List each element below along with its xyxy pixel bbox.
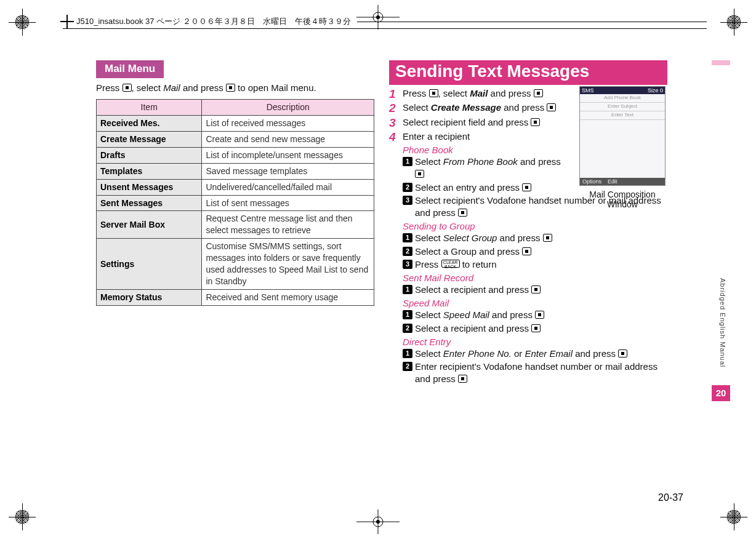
center-reg-mark-bottom (356, 509, 400, 534)
clear-key-icon: CLEAR BACK (441, 260, 460, 268)
center-key-icon (429, 89, 438, 97)
center-key-icon (522, 183, 531, 191)
table-row: Server Mail BoxRequest Centre message li… (97, 211, 374, 239)
reg-mark-tl (9, 9, 36, 36)
table-row: Unsent MessagesUndelivered/cancelled/fai… (97, 179, 374, 195)
table-row: Sent MessagesList of sent messages (97, 195, 374, 211)
figure-topbar-left: SMS (582, 87, 594, 94)
header-bullseye-icon (63, 17, 71, 26)
center-key-icon (543, 234, 552, 242)
center-key-icon (531, 118, 540, 126)
figure-row: Add Phone Book (580, 94, 665, 103)
substep: 2 Enter recipient's Vodafone handset num… (403, 361, 667, 386)
table-header-item: Item (97, 100, 202, 116)
figure-softkey-options: Options (582, 178, 601, 185)
substep: 3 Press CLEAR BACK to return (403, 258, 667, 271)
center-key-icon (522, 247, 531, 255)
center-key-icon (458, 375, 467, 383)
center-key-icon (618, 349, 627, 357)
figure-row: Enter Text (580, 111, 665, 120)
side-label: Abridged English Manual (714, 278, 726, 367)
table-row: DraftsList of incomplete/unsent messages (97, 147, 374, 163)
substep: 2 Select an entry and press (403, 182, 571, 194)
figure-mail-composition: SMS Size 0 Add Phone Book Enter Subject … (577, 86, 667, 209)
side-chapter-num: 20 (712, 385, 730, 401)
substep: 2 Select a Group and press (403, 246, 667, 258)
mail-menu-tab: Mail Menu (96, 60, 164, 78)
sub-heading-speed-mail: Speed Mail (403, 298, 667, 308)
table-row: Memory StatusReceived and Sent memory us… (97, 289, 374, 305)
sending-messages-title: Sending Text Messages (389, 60, 667, 85)
figure-caption: Mail Composition Window (577, 190, 667, 209)
substep: 1 Select a recipient and press (403, 284, 667, 296)
substep: 1 Select Select Group and press (403, 232, 667, 244)
center-key-icon (534, 89, 543, 97)
reg-mark-bl (9, 503, 36, 530)
mail-menu-table: Item Description Received Mes.List of re… (96, 99, 374, 305)
mail-menu-intro: Press , select Mail and press to open Ma… (96, 82, 374, 94)
reg-mark-tr (720, 9, 747, 36)
center-key-icon (415, 170, 424, 178)
sub-heading-group: Sending to Group (403, 221, 667, 231)
reg-mark-br (720, 503, 747, 530)
figure-softkey-edit: Edit (608, 178, 617, 185)
table-row: TemplatesSaved message templates (97, 163, 374, 179)
step-3: 3 Select recipient field and press (389, 116, 571, 129)
print-header-rule (63, 28, 707, 29)
center-key-icon (531, 285, 541, 293)
print-header: J510_insatsu.book 37 ページ ２００６年３月８日 水曜日 午… (63, 16, 707, 27)
step-2: 2 Select Create Message and press (389, 102, 571, 114)
center-key-icon (458, 209, 467, 217)
substep: 1 Select From Phone Book and press (403, 156, 571, 181)
left-column: Mail Menu Press , select Mail and press … (96, 60, 374, 386)
substep: 1 Select Enter Phone No. or Enter Email … (403, 348, 667, 360)
figure-topbar-right: Size 0 (648, 87, 663, 94)
sub-heading-direct-entry: Direct Entry (403, 337, 667, 347)
page-number-label: 20-37 (658, 492, 683, 503)
print-header-text: J510_insatsu.book 37 ページ ２００６年３月８日 水曜日 午… (76, 16, 351, 27)
table-header-desc: Description (202, 100, 374, 116)
sub-heading-phonebook: Phone Book (403, 145, 571, 155)
table-row: Received Mes.List of received messages (97, 116, 374, 132)
table-row: SettingsCustomise SMS/MMS settings, sort… (97, 239, 374, 290)
figure-screen: SMS Size 0 Add Phone Book Enter Subject … (579, 86, 666, 186)
step-4: 4 Enter a recipient (389, 130, 571, 143)
table-row: Create MessageCreate and send new messag… (97, 132, 374, 148)
substep: 1 Select Speed Mail and press (403, 309, 667, 321)
substep: 2 Select a recipient and press (403, 322, 667, 335)
svg-point-7 (376, 520, 380, 524)
center-key-icon (531, 324, 541, 332)
center-key-icon (226, 84, 235, 92)
sub-heading-sent-record: Sent Mail Record (403, 273, 667, 283)
figure-row: Enter Subject (580, 103, 665, 111)
right-column: Sending Text Messages 1 Press , select M… (389, 60, 667, 386)
center-key-icon (535, 311, 544, 319)
side-accent-bar (712, 60, 730, 65)
step-1: 1 Press , select Mail and press (389, 87, 571, 100)
center-key-icon (123, 84, 132, 92)
center-key-icon (547, 103, 556, 111)
